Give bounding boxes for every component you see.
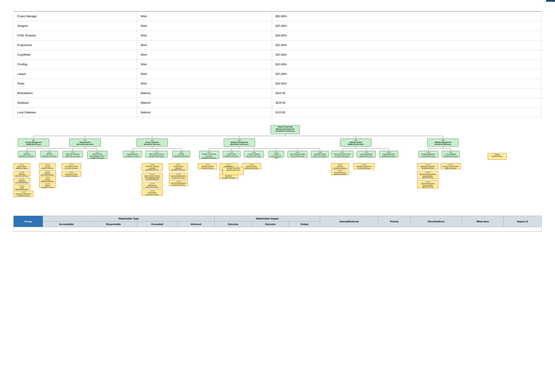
resource-type: Work [137,21,272,31]
resource-row: Lawyer Work $15.00/hr [14,69,541,79]
wbs-node: 1.2.4RequirementsDocumentation (RFP)$1,5… [87,151,107,159]
resource-rate: $15.00/hr [272,69,541,79]
resource-type: Material [137,108,272,117]
resource-rate: $100.00 [272,88,541,98]
resource-row: Tester Work $20.00/hr [14,79,541,88]
wbs-node: 1.4.2Code Control$3,096.00 96 hours [223,151,241,157]
col-outcome-outcome: Outcome [214,221,252,227]
resource-rate: $20.00/hr [272,21,541,31]
resource-name: CopyWriter [14,50,137,60]
col-informed: Informed [178,221,214,227]
wbs-node: 1.2.1.2Marketing$3,120.00 32 hours [14,171,30,177]
wbs-node: 1.2.2Technical$2,616.00 128 hours [40,151,58,157]
resource-row: CopyWriter Work $15.00/hr [14,50,541,60]
wbs-node: 1.3Vendor Selection$16,464.00 536 hours [137,139,168,147]
resource-type: Work [137,31,272,40]
stakeholder-table: Group Stakeholder Type Stakeholder Impac… [14,216,541,232]
col-outcome-output: Outcome [252,221,289,227]
resource-row: Proofing Work $10.00/hr [14,60,541,69]
wbs-node: 1.3.3.3Technical Specifications$4,416.00… [169,180,188,186]
wbs-node: 1.3.3Contract$6,656.00 208 hours [172,151,190,157]
resource-name: Proofing [14,60,137,69]
wbs-node: 1.2.1.4Legal$2,040.00 32 hours [14,184,30,190]
wbs-node: 1.5.2.1Operations Switch Over$3,120.00 9… [353,163,375,169]
wbs-node: 1.2.3Web User Interface$2,592.00 112 hou… [63,151,83,157]
resource-type: Work [137,60,272,69]
stakeholder-section: Group Stakeholder Type Stakeholder Impac… [14,216,541,232]
resource-name: Database [14,98,137,108]
resource-rate: $22.00/hr [272,40,541,50]
wbs-node: 1.2Requirements$13,118.00 464 hours [69,139,101,147]
resources-table: Project Manager Work $50.00/hr Designer … [14,11,541,117]
resource-name: Programmer [14,40,137,50]
resource-type: Work [137,50,272,60]
wbs-node: Beyond TeachingWebsite Development$73,22… [271,125,300,134]
resource-name: Project Manager [14,11,137,21]
wbs-node: 1.5.1.2Application AdministrationDocumen… [417,171,438,179]
wbs-node: 1.5.1.1Application Integration$1,600.00 … [417,163,438,169]
resource-rate: $15.00/hr [272,50,541,60]
header-stakeholder-type: Stakeholder Type [43,216,214,221]
wbs-node: 1.6.1Hosting Agreement$2,000.00 60 hours [418,151,438,157]
wbs-node: 1.5.3Legal Agreements$2,600.00 80 hours [379,151,398,157]
resource-name: Tester [14,79,137,88]
resource-name: Workstations [14,88,137,98]
wbs-node: 1.2.1.5Operations Maintenance$2,068.00 7… [14,191,34,197]
wbs-node: 1.3.1Initial Research$1,488.00 72 hours [123,151,142,157]
resource-name: Designer [14,21,137,31]
wbs-node: 1.2.2.2Network$2,136.00 96 hours [39,170,56,175]
wbs-node: 1.4.1.1Release Schedule$1,600.00 32 hour… [198,163,217,169]
col-group: Group [14,216,43,227]
resource-row: Designer Work $20.00/hr [14,21,541,31]
wbs-node: 1.4.5.2Results Reporting$3,125.00 96 hou… [331,169,349,175]
wbs-node: 1.3.3.1Detailed ScopeStatement$6,050.00 … [169,163,188,171]
wbs-node: 1.2.1.1Domain Name$480.00 10 hours [14,163,30,169]
wbs-node: 1.6.2Documentation$2,400.00 48 hours [442,151,460,157]
wbs-node: 1.3.2.3Q&A Sessions$2,222.00 80 hours [142,182,163,188]
wbs-node: 1.2.1Business$6,348.00 176 hours [18,151,36,157]
resource-rate: $125.00 [272,98,541,108]
col-output: Output [289,221,320,227]
resource-row: Local Database Material $120.00 [14,108,541,117]
wbs-node: 1.2.2.4Platform$1,488.00 72 hours [39,182,56,188]
wbs-node: 1.6Website Deployment$10,200.00 288 hour… [427,139,459,147]
wbs-node: 1.3.2.1Define RFP SelectionCommittee$3,9… [142,163,163,171]
resource-row: Project Manager Work $50.00/hr [14,11,541,21]
resource-type: Material [137,98,272,108]
wbs-node: 1.3.3.2Functional Specifications$2,240.0… [169,173,188,179]
col-consulted: Consulted [137,221,177,227]
wbs-node: 1.4.1Create Code DesignDocument$8,656.00… [199,151,219,159]
resource-type: Material [137,88,272,98]
wbs-node: 1.3.2.2Define Vendor SelectionRFP Weight… [142,173,163,181]
wbs-node: 1.2.2.3Hosting$648.00 24 hours [39,176,56,182]
wbs-node: 1.5.1Test Environment Setup$3,205.00 160… [331,151,353,157]
col-internal-external: Internal/External [320,216,378,227]
wbs-node: 1.5Website Testing$6,560.00 320 hours [340,139,371,147]
header-stakeholder-impact: Stakeholder Impact [214,216,320,221]
resource-type: Work [137,40,272,50]
wbs-node: 1.3.2RFP Review Process$8,335.00 256 hou… [146,151,168,157]
resource-row: Database Material $125.00 [14,98,541,108]
resource-rate: $10.00/hr [272,60,541,69]
resource-type: Work [137,79,272,88]
wbs-node: 1.5.1.3System AdministratorDocumentation… [417,180,438,188]
resource-rate: $50.00/hr [272,11,541,21]
wbs-node: Selection Committee$32,560.00 96 hours [223,167,244,175]
wbs-node: 1.4.5User Interface Design$2,040.00 96 h… [287,151,307,157]
col-impact-of: Impact of [504,216,541,227]
resource-row: HTML Producer Work $20.00/hr [14,31,541,40]
resource-rate: $20.00/hr [272,79,541,88]
wbs-node: 1.4.3.1Release Testing$4,584.00 236 hour… [241,163,261,169]
resource-rate: $120.00 [272,108,541,117]
col-direct-indirect: Direct/Indirect [410,216,462,227]
resource-name: HTML Producer [14,31,137,40]
col-responsible: Responsible [90,221,137,227]
wbs-node: 1.2.1.3Regulatory$1,200.00 24 hours [14,178,30,183]
col-what-does: What does [462,216,504,227]
resource-name: Local Database [14,108,137,117]
wbs-node: 1.2.3.2Restricted Content$1,464.00 64 ho… [61,171,81,177]
resource-row: Programmer Work $22.00/hr [14,40,541,50]
resource-row: Workstations Material $100.00 [14,88,541,98]
wbs-node: 1.4.5.1Test Plan$1,680.00 30 hours [331,163,349,169]
wbs-node: 1.4.6Database Model$3,301.00 48 hours [311,151,329,157]
